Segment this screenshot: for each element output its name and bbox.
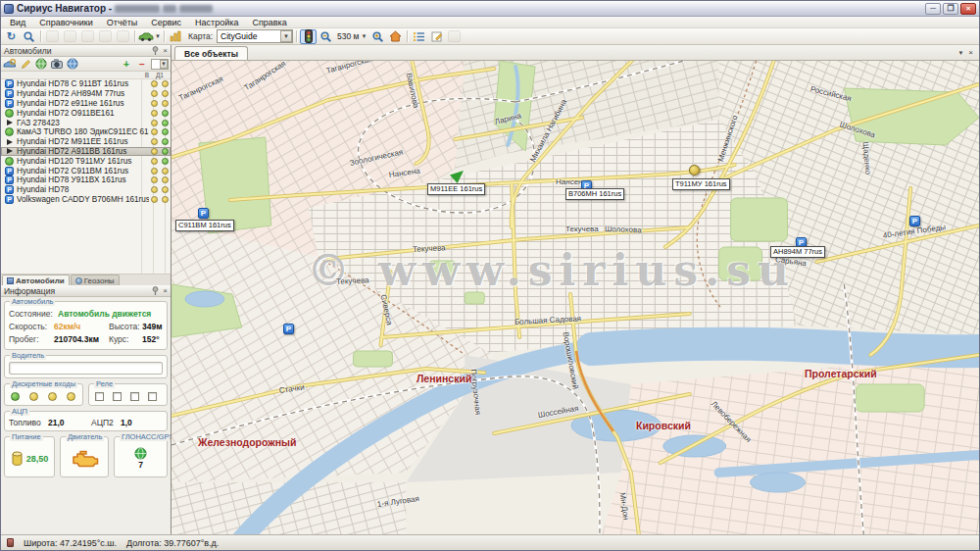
vehicle-label: Hyundai HD78 С 911ВТ 161rus	[17, 79, 149, 88]
adc-group: АЦП Топливо 21,0 АЦП2 1,0	[4, 411, 168, 431]
map-street-label: Ларина	[494, 111, 522, 125]
redacted-title-text	[163, 5, 176, 13]
status-column-b	[149, 120, 160, 126]
panel-close-icon[interactable]: ×	[163, 46, 168, 55]
map-marker-parking[interactable]: P	[909, 216, 920, 226]
find-vehicle-button[interactable]	[3, 58, 17, 71]
geozones-tab-icon	[75, 277, 82, 284]
vehicles-panel-header: Автомобили ×	[1, 45, 171, 57]
scale-select[interactable]: 530 м ▼	[335, 31, 368, 41]
add-vehicle-button[interactable]: +	[120, 58, 133, 71]
map-marker-stopped[interactable]	[689, 165, 700, 175]
tab-geozones[interactable]: Геозоны	[71, 275, 120, 285]
search-button[interactable]	[21, 29, 37, 44]
plus-icon: +	[123, 59, 129, 70]
map-marker-parking[interactable]: P	[198, 208, 209, 219]
map-select[interactable]: CityGuide ▼	[217, 29, 293, 43]
edit-icon	[431, 30, 443, 42]
menu-item-Настройка[interactable]: Настройка	[188, 17, 245, 27]
vehicle-row[interactable]: PHyundai HD72 АН894М 77rus	[1, 89, 171, 99]
menu-item-Отчёты[interactable]: Отчёты	[100, 17, 144, 27]
list-filter-select[interactable]: ▼	[151, 59, 169, 70]
pin-icon[interactable]	[152, 46, 159, 55]
vehicle-label: Hyundai HD72 А911ВВ 161rus	[17, 147, 149, 156]
toolbar-button-disabled[interactable]	[97, 29, 114, 44]
menu-item-Сервис[interactable]: Сервис	[144, 17, 188, 27]
maximize-button[interactable]: ❐	[943, 3, 958, 15]
app-window: Сириус Навигатор - ─ ❐ × ВидСправочникиО…	[0, 0, 980, 551]
status-column-b	[149, 110, 160, 117]
track-on-map-button[interactable]	[34, 58, 48, 71]
photo-button[interactable]	[50, 58, 64, 71]
vehicle-row[interactable]: PHyundai HD72 С911ВМ 161rus	[1, 166, 171, 175]
map-marker-parking[interactable]: P	[283, 324, 294, 334]
zoom-in-button[interactable]	[369, 29, 386, 44]
vehicle-row[interactable]: PHyundai HD72 е911не 161rus	[1, 99, 171, 109]
vehicle-row[interactable]: ГАЗ 278423	[1, 118, 171, 127]
vehicle-label: Hyundai HD72 е911не 161rus	[17, 99, 149, 108]
map-marker-arrow[interactable]	[450, 171, 464, 183]
vehicle-row[interactable]: PHyundai HD78 С 911ВТ 161rus	[1, 79, 171, 89]
vehicle-row[interactable]: КамАЗ TURBO 180 ЭдикС911ЕС 61rus	[1, 127, 171, 137]
traffic-light-toggle[interactable]	[300, 29, 317, 44]
toolbar-button-disabled[interactable]	[446, 29, 463, 44]
app-icon	[4, 4, 14, 14]
close-button[interactable]: ×	[960, 3, 976, 15]
tab-vehicles[interactable]: Автомобили	[2, 275, 70, 285]
relay-checkbox[interactable]	[113, 392, 122, 401]
vehicle-row[interactable]: PHyundai HD78 У911ВХ 161rus	[1, 175, 171, 185]
edit-note-button[interactable]	[428, 29, 445, 44]
status-led	[162, 176, 169, 183]
minimize-button[interactable]: ─	[925, 3, 941, 15]
vehicle-row[interactable]: Hyundai HD72 А911ВВ 161rus	[1, 147, 171, 157]
map-tab-all-objects[interactable]: Все объекты	[174, 46, 248, 60]
map-select-label: Карта:	[185, 31, 216, 41]
map-street-label: Сиверса	[379, 294, 394, 326]
parking-icon: P	[4, 167, 15, 175]
vehicle-row[interactable]: Hyundai HD72 М911ЕЕ 161rus	[1, 137, 171, 147]
menu-item-Справочники[interactable]: Справочники	[32, 17, 100, 27]
list-button[interactable]	[411, 29, 427, 44]
status-led	[151, 100, 158, 107]
menu-item-Вид[interactable]: Вид	[3, 17, 32, 27]
relay-checkbox[interactable]	[148, 392, 157, 401]
vehicle-menu-button[interactable]: ▼	[138, 29, 161, 44]
info-panel-title: Информация	[4, 286, 55, 296]
vehicle-row[interactable]: Hyundai HD120 Т911МУ 161rus	[1, 156, 171, 166]
zoom-out-button[interactable]	[318, 29, 334, 44]
vehicle-label: Hyundai HD78 У911ВХ 161rus	[17, 175, 149, 184]
course-value: 152°	[142, 333, 163, 346]
web-button[interactable]	[66, 58, 79, 71]
home-icon	[389, 30, 402, 42]
refresh-button[interactable]: ↻	[3, 29, 20, 44]
toolbar-button-disabled[interactable]	[62, 29, 78, 44]
power-value: 28,50	[26, 454, 49, 464]
remove-vehicle-button[interactable]: −	[135, 58, 149, 71]
status-led	[151, 80, 158, 87]
pin-icon[interactable]	[152, 286, 159, 295]
toolbar-button-disabled[interactable]	[79, 29, 96, 44]
vehicle-row[interactable]: Hyundai HD72 О911ВЕ161	[1, 108, 171, 118]
vehicle-row[interactable]: PHyundai HD78	[1, 185, 171, 195]
relay-checkbox[interactable]	[95, 392, 104, 401]
edit-vehicle-button[interactable]	[19, 58, 32, 71]
vehicle-row[interactable]: PVolkswagen CADDY В706МН 161rus	[1, 195, 171, 205]
parking-icon: P	[4, 175, 15, 184]
vehicle-label: Hyundai HD78	[17, 185, 149, 194]
battery-icon	[11, 450, 24, 467]
vehicle-list[interactable]: PHyundai HD78 С 911ВТ 161rusPHyundai HD7…	[1, 79, 171, 274]
map-viewport[interactable]: © www.sirius.su ТаганрогскаяТаганрогская…	[172, 61, 979, 534]
tab-menu-icon[interactable]: ▼	[957, 50, 963, 56]
panel-close-icon[interactable]: ×	[163, 286, 168, 295]
tab-close-icon[interactable]: ×	[968, 48, 973, 57]
toolbar-button-disabled[interactable]	[44, 29, 61, 44]
relay-checkbox[interactable]	[130, 392, 139, 401]
menu-item-Справка[interactable]: Справка	[245, 17, 293, 27]
map-street-label: Зоологическая	[349, 148, 404, 168]
toolbar-button-disabled[interactable]	[115, 29, 131, 44]
chevron-down-icon[interactable]: ▼	[280, 30, 292, 42]
home-button[interactable]	[387, 29, 404, 44]
traffic-light-icon	[305, 29, 313, 43]
chart-button[interactable]	[168, 29, 184, 44]
longitude-value: Долгота: 39.77607°в.д.	[126, 538, 219, 548]
